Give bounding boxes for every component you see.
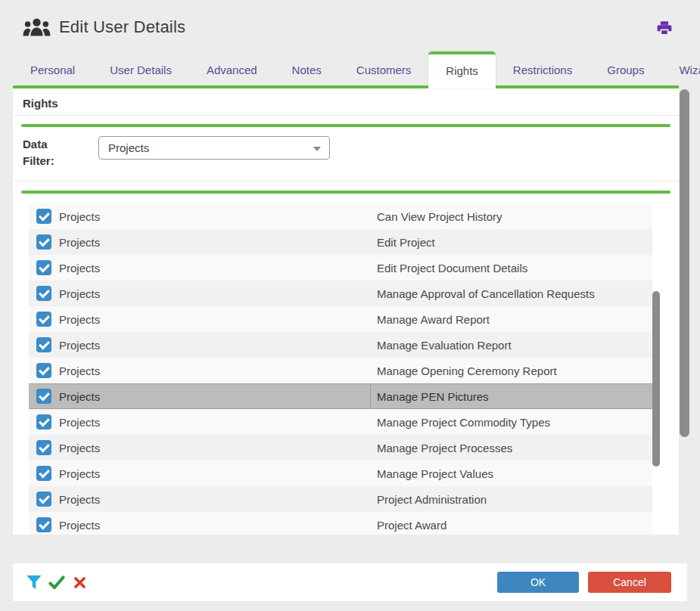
rights-row-right-cell: Manage Award Report: [371, 306, 652, 332]
rights-row-group-cell: Projects: [29, 281, 371, 306]
users-icon: [23, 17, 51, 38]
tab-advanced[interactable]: Advanced: [189, 51, 275, 88]
rights-row-right-cell: Edit Project: [371, 229, 652, 255]
rights-row-right-cell: Project Administration: [371, 486, 652, 512]
checked-checkbox[interactable]: [36, 363, 51, 378]
checked-checkbox[interactable]: [36, 414, 51, 430]
row-right-label: Manage Award Report: [377, 313, 490, 326]
tab-label: Advanced: [207, 64, 257, 76]
row-right-label: Can View Project History: [377, 210, 502, 223]
checked-checkbox[interactable]: [36, 466, 51, 481]
rights-row-group-cell: Projects: [29, 512, 371, 535]
page-scrollbar-thumb[interactable]: [680, 89, 689, 437]
tab-label: Groups: [607, 64, 644, 76]
rights-row[interactable]: Projects Manage Award Report: [29, 306, 652, 332]
chevron-down-icon: [313, 147, 321, 151]
row-group-label: Projects: [59, 467, 100, 480]
row-group-label: Projects: [59, 390, 100, 403]
tab-label: Wizards: [679, 64, 700, 76]
row-group-label: Projects: [59, 210, 100, 223]
tab-user-details[interactable]: User Details: [92, 51, 189, 88]
rights-row[interactable]: Projects Manage Project Values: [29, 461, 652, 486]
rights-row-right-cell: Can View Project History: [371, 203, 652, 229]
footer-bar: OK Cancel: [13, 563, 687, 601]
rights-row-group-cell: Projects: [29, 203, 371, 229]
green-separator: [21, 191, 670, 194]
tab-rights[interactable]: Rights: [428, 51, 496, 88]
rights-row[interactable]: Projects Manage PEN Pictures: [29, 383, 652, 409]
data-filter-select[interactable]: Projects: [98, 136, 330, 160]
data-filter-label: Data Filter:: [23, 136, 71, 169]
rights-row-right-cell: Manage Approval of Cancellation Requests: [371, 281, 652, 306]
rights-row-right-cell: Manage Project Commodity Types: [371, 409, 652, 435]
rights-row-right-cell: Manage Project Values: [371, 461, 652, 486]
tab-customers[interactable]: Customers: [339, 51, 429, 88]
tab-notes[interactable]: Notes: [275, 51, 339, 88]
row-right-label: Project Award: [377, 519, 446, 532]
row-group-label: Projects: [59, 236, 100, 249]
tab-label: Notes: [292, 64, 322, 76]
checked-checkbox[interactable]: [36, 234, 51, 250]
checked-checkbox[interactable]: [36, 260, 51, 275]
rights-row[interactable]: Projects Manage Approval of Cancellation…: [29, 281, 652, 306]
checked-checkbox[interactable]: [36, 517, 51, 532]
tab-personal[interactable]: Personal: [13, 51, 92, 88]
green-separator: [21, 124, 670, 127]
cross-icon[interactable]: [70, 572, 89, 592]
rights-row[interactable]: Projects Can View Project History: [29, 203, 652, 229]
row-right-label: Manage PEN Pictures: [377, 390, 489, 403]
row-group-label: Projects: [59, 262, 100, 274]
checked-checkbox[interactable]: [36, 209, 51, 224]
rights-row[interactable]: Projects Edit Project Document Details: [29, 255, 652, 281]
rights-row[interactable]: Projects Manage Opening Ceremony Report: [29, 358, 652, 383]
row-right-label: Edit Project: [377, 236, 435, 249]
rights-row[interactable]: Projects Project Award: [29, 512, 652, 535]
cancel-button[interactable]: Cancel: [588, 572, 671, 593]
row-right-label: Edit Project Document Details: [377, 262, 527, 274]
checked-checkbox[interactable]: [36, 337, 51, 352]
checked-checkbox[interactable]: [36, 440, 51, 455]
list-scrollbar-thumb[interactable]: [652, 291, 660, 467]
rights-row-right-cell: Manage Project Processes: [371, 435, 652, 461]
checked-checkbox[interactable]: [36, 492, 51, 507]
rights-row[interactable]: Projects Manage Project Processes: [29, 435, 652, 461]
tab-wizards[interactable]: Wizards: [661, 51, 700, 88]
rights-row-group-cell: Projects: [29, 358, 371, 383]
section-heading: Rights: [23, 97, 58, 110]
printer-icon[interactable]: [655, 20, 674, 38]
checked-checkbox[interactable]: [36, 312, 51, 327]
data-filter-value: Projects: [99, 141, 149, 154]
rights-row-group-cell: Projects: [29, 384, 371, 408]
tab-groups[interactable]: Groups: [590, 51, 661, 88]
rights-row-right-cell: Project Award: [371, 512, 652, 535]
rights-panel: Rights Data Filter: Projects Projects Ca…: [13, 88, 679, 535]
rights-row-right-cell: Manage PEN Pictures: [371, 384, 652, 408]
rights-row-group-cell: Projects: [29, 409, 371, 435]
row-group-label: Projects: [59, 442, 100, 454]
row-group-label: Projects: [59, 313, 100, 326]
footer-icons: [24, 563, 89, 601]
rights-row-group-cell: Projects: [29, 435, 371, 461]
tab-label: Customers: [356, 64, 412, 76]
check-icon[interactable]: [47, 572, 67, 592]
rights-row[interactable]: Projects Project Administration: [29, 486, 652, 512]
rights-row-group-cell: Projects: [29, 461, 371, 486]
ok-button[interactable]: OK: [497, 572, 579, 593]
tab-restrictions[interactable]: Restrictions: [496, 51, 590, 88]
filter-icon[interactable]: [24, 572, 44, 592]
row-right-label: Manage Project Values: [377, 467, 493, 480]
rights-row[interactable]: Projects Manage Project Commodity Types: [29, 409, 652, 435]
rights-row[interactable]: Projects Manage Evaluation Report: [29, 332, 652, 358]
rights-row[interactable]: Projects Edit Project: [29, 229, 652, 255]
divider: [13, 181, 679, 181]
row-right-label: Manage Project Commodity Types: [377, 416, 550, 429]
tab-label: Restrictions: [513, 64, 572, 76]
row-group-label: Projects: [59, 493, 100, 506]
footer-buttons: OK Cancel: [497, 572, 671, 593]
rights-row-right-cell: Manage Evaluation Report: [371, 332, 652, 358]
tab-bar: Personal User Details Advanced Notes Cus…: [13, 51, 685, 88]
row-group-label: Projects: [59, 519, 100, 532]
checked-checkbox[interactable]: [36, 389, 51, 404]
checked-checkbox[interactable]: [36, 286, 51, 301]
row-right-label: Manage Approval of Cancellation Requests: [377, 287, 595, 300]
